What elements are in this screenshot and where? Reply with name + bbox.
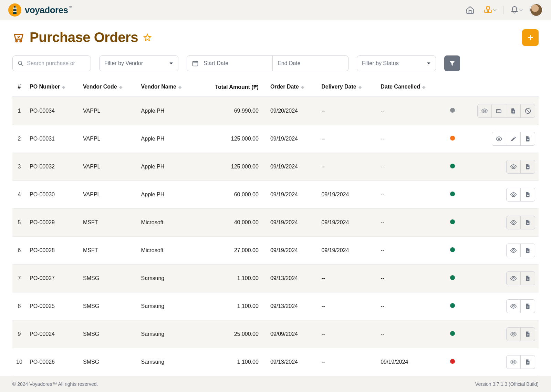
cancel-button[interactable] (521, 104, 535, 118)
search-input[interactable] (27, 60, 86, 66)
cell-date-cancelled: -- (377, 264, 442, 292)
receive-icon (496, 107, 502, 114)
export-file-button[interactable] (521, 160, 535, 174)
add-button[interactable] (522, 29, 539, 46)
edit-button[interactable] (506, 132, 521, 146)
cell-date-cancelled: -- (377, 236, 442, 264)
vendor-filter[interactable]: Filter by Vendor (99, 55, 178, 71)
export-file-button[interactable] (521, 216, 535, 229)
apply-filter-button[interactable] (444, 55, 460, 71)
status-dot (450, 359, 455, 364)
view-button[interactable] (506, 160, 521, 174)
favorite-button[interactable] (143, 33, 152, 42)
view-button[interactable] (477, 104, 492, 118)
export-file-button[interactable] (521, 299, 535, 313)
brand-name: voyadores™ (25, 5, 72, 16)
home-button[interactable] (463, 3, 477, 17)
cell-vendor-code: VAPPL (80, 125, 138, 153)
cell-total-amount: 125,000.00 (197, 125, 267, 153)
chevron-down-icon (169, 61, 173, 65)
cell-actions (463, 125, 539, 153)
cell-total-amount: 40,000.00 (197, 208, 267, 236)
col-vendor-code[interactable]: Vendor Code◆ (80, 78, 138, 97)
export-file-button[interactable] (521, 327, 535, 341)
export-file-button[interactable] (521, 132, 535, 146)
cell-date-cancelled: -- (377, 153, 442, 180)
vendor-filter-label: Filter by Vendor (104, 60, 143, 66)
view-button[interactable] (506, 188, 521, 202)
brand: voyadores™ (8, 3, 72, 17)
receive-button[interactable] (492, 104, 506, 118)
file-icon (525, 275, 531, 282)
view-button[interactable] (506, 271, 521, 285)
cell-vendor-name: Apple PH (138, 97, 197, 125)
file-icon (525, 163, 531, 170)
action-group (506, 216, 535, 229)
table-row: 10PO-00026SMSGSamsung1,100.0009/13/2024-… (12, 348, 539, 376)
status-filter[interactable]: Filter by Status (357, 55, 436, 71)
lighthouse-icon (11, 6, 18, 14)
cell-vendor-code: SMSG (80, 320, 138, 348)
svg-point-23 (513, 194, 514, 195)
packages-button[interactable] (483, 3, 497, 17)
view-button[interactable] (506, 216, 521, 229)
table-row: 1PO-00034VAPPLApple PH69,990.0009/20/202… (12, 97, 539, 125)
view-button[interactable] (492, 132, 506, 146)
search-field[interactable] (12, 55, 91, 71)
cell-order-date: 09/19/2024 (267, 125, 318, 153)
chevron-down-icon (493, 8, 497, 12)
cell-status (442, 320, 463, 348)
view-button[interactable] (506, 355, 521, 369)
col-po-number[interactable]: PO Number◆ (26, 78, 80, 97)
export-file-button[interactable] (521, 355, 535, 369)
cell-order-date: 09/09/2024 (267, 320, 318, 348)
cell-vendor-code: VAPPL (80, 180, 138, 208)
col-vendor-name[interactable]: Vendor Name◆ (138, 78, 197, 97)
notifications-button[interactable] (510, 3, 523, 17)
cell-total-amount: 25,000.00 (197, 320, 267, 348)
chevron-down-icon (519, 8, 523, 12)
file-icon (525, 359, 531, 365)
cell-date-cancelled: -- (377, 292, 442, 320)
start-date-field[interactable]: Start Date (187, 55, 273, 71)
cell-index: 6 (12, 236, 26, 264)
export-file-button[interactable] (521, 188, 535, 202)
divider (503, 6, 503, 14)
sort-icon: ◆ (62, 85, 65, 90)
view-button[interactable] (506, 327, 521, 341)
file-icon (525, 191, 531, 198)
col-status (442, 78, 463, 97)
svg-point-8 (16, 40, 18, 42)
start-date-label: Start Date (204, 60, 228, 66)
action-group (506, 188, 535, 202)
cell-order-date: 09/19/2024 (267, 153, 318, 180)
end-date-label: End Date (278, 60, 301, 66)
view-button[interactable] (506, 299, 521, 313)
cell-total-amount: 60,000.00 (197, 180, 267, 208)
cell-vendor-code: SMSG (80, 264, 138, 292)
eye-icon (510, 359, 517, 365)
col-order-date[interactable]: Order Date◆ (267, 78, 318, 97)
export-file-button[interactable] (521, 271, 535, 285)
cell-total-amount: 69,990.00 (197, 97, 267, 125)
col-delivery-date[interactable]: Delivery Date◆ (318, 78, 377, 97)
cell-actions (463, 236, 539, 264)
export-file-button[interactable] (506, 104, 521, 118)
cell-order-date: 09/20/2024 (267, 97, 318, 125)
cell-date-cancelled: 09/19/2024 (377, 348, 442, 376)
avatar[interactable] (530, 3, 543, 17)
cell-vendor-code: SMSG (80, 292, 138, 320)
eye-icon (510, 275, 517, 282)
cancel-icon (524, 107, 531, 114)
cell-vendor-name: Apple PH (138, 153, 197, 180)
footer-copyright: © 2024 Voyadores™ All rights reserved. (12, 381, 98, 387)
cell-actions (463, 97, 539, 125)
col-date-cancelled[interactable]: Date Cancelled◆ (377, 78, 442, 97)
search-icon (18, 60, 23, 67)
export-file-button[interactable] (521, 244, 535, 257)
eye-icon (510, 247, 517, 254)
cell-po-number: PO-00025 (26, 292, 80, 320)
end-date-field[interactable]: End Date (273, 55, 349, 71)
action-group (506, 244, 535, 257)
view-button[interactable] (506, 244, 521, 257)
